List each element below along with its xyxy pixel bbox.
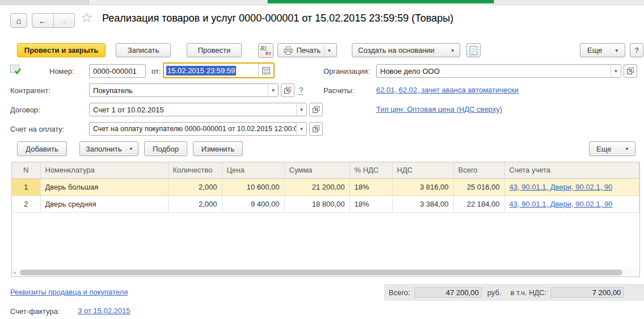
invoice-link[interactable]: 3 от 15.02.2015	[78, 307, 130, 315]
organization-input[interactable]: Новое дело ООО ▼	[376, 64, 621, 78]
cell-vat-percent[interactable]: 18%	[350, 195, 392, 212]
chevron-down-icon: ▾	[328, 48, 331, 53]
add-row-label: Добавить	[26, 145, 58, 153]
cell-sum[interactable]: 21 200,00	[284, 178, 350, 195]
payment-invoice-input[interactable]: Счет на оплату покупателю 0000-000001 от…	[89, 122, 307, 136]
column-header-sum[interactable]: Сумма	[284, 162, 350, 178]
fill-label: Заполнить	[86, 145, 122, 153]
browser-tab-segment[interactable]	[494, 0, 644, 5]
printer-icon	[284, 47, 293, 54]
show-postings-button[interactable]: Дт Кт	[258, 43, 273, 58]
cell-vat[interactable]: 3 816,00	[392, 178, 453, 195]
browser-tab-segment[interactable]	[0, 0, 89, 5]
chevron-down-icon[interactable]: ▼	[611, 65, 621, 77]
column-header-vat[interactable]: НДС	[392, 162, 453, 178]
create-based-on-button[interactable]: Создать на основании ▾	[352, 43, 460, 57]
more-button[interactable]: Еще ▾	[580, 43, 625, 57]
payment-invoice-open-button[interactable]	[309, 122, 323, 136]
contract-label: Договор:	[10, 106, 40, 114]
column-header-price[interactable]: Цена	[222, 162, 284, 178]
print-label: Печать	[296, 46, 321, 54]
column-header-nomenclature[interactable]: Номенклатура	[40, 162, 168, 178]
back-button[interactable]: ←	[32, 14, 54, 27]
post-and-close-button[interactable]: Провести и закрыть	[17, 43, 106, 57]
cell-price[interactable]: 10 600,00	[222, 178, 284, 195]
cell-vat-percent[interactable]: 18%	[350, 178, 392, 195]
vat-total-label: в т.ч. НДС:	[511, 288, 547, 297]
chevron-down-icon: ▾	[451, 48, 454, 53]
cell-nomenclature[interactable]: Дверь средняя	[40, 195, 168, 212]
chevron-down-icon[interactable]: ▼	[268, 84, 278, 96]
table-row[interactable]: 1 Дверь большая 2,000 10 600,00 21 200,0…	[12, 178, 639, 195]
fill-button[interactable]: Заполнить ▾	[79, 141, 138, 156]
chevron-down-icon[interactable]: ▼	[296, 123, 306, 135]
more-label: Еще	[587, 46, 602, 54]
column-header-quantity[interactable]: Количество	[168, 162, 222, 178]
date-input[interactable]: 15.02.2015 23:59:59	[163, 62, 275, 78]
date-selected-text: 15.02.2015 23:59:59	[166, 66, 236, 75]
home-button[interactable]: ⌂	[10, 13, 27, 28]
chevron-down-icon[interactable]: ▼	[296, 103, 306, 116]
requisites-link[interactable]: Реквизиты продавца и покупателя	[10, 288, 128, 296]
vat-total-field: 7 200,00	[550, 286, 625, 299]
number-input[interactable]: 0000-000001	[89, 64, 146, 78]
total-label: Всего:	[389, 288, 410, 297]
column-header-accounts[interactable]: Счета учета	[504, 162, 639, 178]
accounts-link[interactable]: 43, 90.01.1, Двери, 90.02.1, 90	[510, 200, 613, 208]
price-type-link[interactable]: Тип цен: Оптовая цена (НДС сверху)	[376, 105, 502, 114]
post-and-close-label: Провести и закрыть	[24, 46, 98, 54]
forward-button[interactable]: →	[54, 14, 75, 27]
post-button[interactable]: Провести	[187, 43, 242, 57]
calendar-icon	[262, 67, 270, 74]
pick-button[interactable]: Подбор	[144, 141, 187, 156]
back-icon: ←	[39, 16, 47, 26]
cell-sum[interactable]: 18 800,00	[284, 195, 350, 212]
counterparty-open-button[interactable]	[281, 83, 294, 97]
organization-open-button[interactable]	[624, 64, 637, 78]
cell-n[interactable]: 2	[12, 195, 40, 212]
table-row[interactable]: 2 Дверь средняя 2,000 9 400,00 18 800,00…	[12, 195, 639, 212]
column-header-total[interactable]: Всего	[453, 162, 504, 178]
scroll-left-icon[interactable]: ◂	[13, 270, 16, 275]
table-header-row: N Номенклатура Количество Цена Сумма % Н…	[12, 162, 639, 178]
column-header-n[interactable]: N	[12, 162, 40, 178]
settlements-link[interactable]: 62.01, 62.02, зачет аванса автоматически	[376, 86, 519, 94]
debit-icon: Дт	[260, 45, 267, 51]
open-icon	[313, 106, 319, 113]
print-button[interactable]: Печать ▾	[277, 43, 337, 57]
button-separator	[324, 45, 325, 55]
chevron-down-icon: ▾	[615, 48, 618, 53]
column-header-vat-percent[interactable]: % НДС	[350, 162, 392, 178]
cell-quantity[interactable]: 2,000	[168, 195, 222, 212]
help-button[interactable]: ?	[630, 43, 643, 57]
contract-open-button[interactable]	[309, 103, 323, 116]
counterparty-input[interactable]: Покупатель ▼	[89, 83, 279, 97]
cell-price[interactable]: 9 400,00	[222, 195, 284, 212]
calendar-button[interactable]	[258, 64, 273, 77]
add-row-button[interactable]: Добавить	[17, 141, 67, 156]
payment-invoice-label: Счет на оплату:	[10, 125, 64, 133]
change-button[interactable]: Изменить	[193, 141, 243, 156]
browser-tab-segment[interactable]	[89, 0, 268, 5]
cell-nomenclature[interactable]: Дверь большая	[40, 178, 168, 195]
organization-label: Организация:	[323, 67, 370, 75]
cell-total[interactable]: 22 184,00	[453, 195, 504, 212]
active-tab-indicator	[268, 0, 494, 3]
cell-quantity[interactable]: 2,000	[168, 178, 222, 195]
contract-input[interactable]: Счет 1 от 10.02.2015 ▼	[89, 103, 307, 116]
related-documents-button[interactable]	[466, 43, 481, 57]
number-value: 0000-000001	[90, 67, 145, 75]
counterparty-value: Покупатель	[90, 86, 268, 95]
cell-n[interactable]: 1	[12, 178, 40, 195]
accounts-link[interactable]: 43, 90.01.1, Двери, 90.02.1, 90	[510, 183, 613, 191]
favorite-star-icon[interactable]: ☆	[81, 11, 93, 24]
browser-tab-segment-active[interactable]	[268, 0, 494, 5]
cell-vat[interactable]: 3 384,00	[392, 195, 453, 212]
cell-total[interactable]: 25 016,00	[453, 178, 504, 195]
browser-tab-strip	[0, 0, 644, 5]
save-button[interactable]: Записать	[116, 43, 171, 57]
counterparty-help-link[interactable]: ?	[299, 86, 303, 95]
horizontal-scrollbar[interactable]: ◂	[12, 268, 639, 276]
scrollbar-thumb[interactable]	[20, 270, 622, 275]
items-more-button[interactable]: Еще ▾	[589, 141, 635, 156]
